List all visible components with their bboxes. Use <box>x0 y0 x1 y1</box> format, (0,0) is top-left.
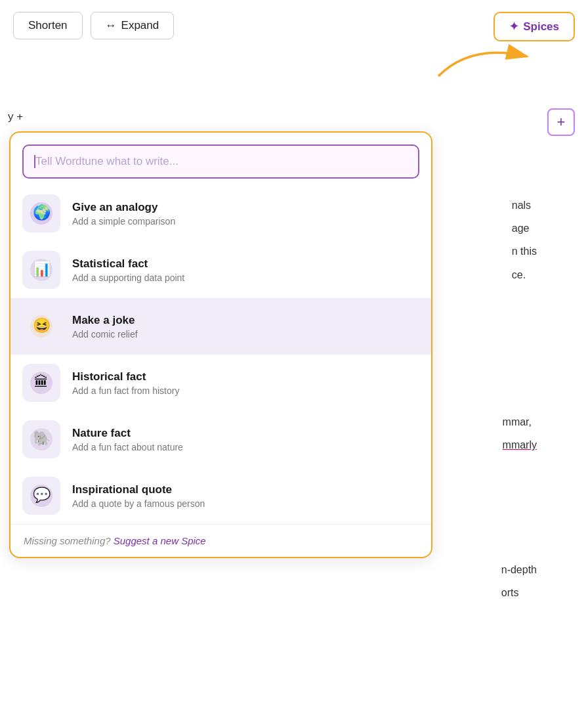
svg-text:🌍: 🌍 <box>33 204 51 221</box>
analogy-icon: 🌍 <box>22 194 60 232</box>
bg-text-block3: n-depth orts <box>501 558 537 604</box>
bg-line-7: n-depth <box>501 558 537 581</box>
statistical-desc: Add a supporting data point <box>72 273 184 283</box>
historical-desc: Add a fun fact from history <box>72 385 179 396</box>
bg-line-8: orts <box>501 581 537 604</box>
analogy-text: Give an analogy Add a simple comparison <box>72 201 175 227</box>
expand-icon: ↔ <box>106 19 117 32</box>
bg-line-5: mmar, <box>503 410 537 433</box>
side-plus-button[interactable]: + <box>547 108 575 136</box>
analogy-title: Give an analogy <box>72 201 175 214</box>
joke-text: Make a joke Add comic relief <box>72 314 138 339</box>
spices-star-icon: ✦ <box>509 20 518 33</box>
expand-button[interactable]: ↔ Expand <box>91 12 175 39</box>
bg-line-4: ce. <box>512 263 537 286</box>
spices-button[interactable]: ✦ Spices <box>494 12 575 41</box>
historical-text: Historical fact Add a fun fact from hist… <box>72 370 179 396</box>
hint-text: y + <box>8 110 23 123</box>
joke-title: Make a joke <box>72 314 138 327</box>
joke-desc: Add comic relief <box>72 329 138 339</box>
statistical-icon: 📊 <box>22 251 60 289</box>
footer-static: Missing something? <box>24 535 111 546</box>
quote-title: Inspirational quote <box>72 483 205 496</box>
shorten-button[interactable]: Shorten <box>13 12 83 39</box>
nature-title: Nature fact <box>72 427 183 440</box>
spice-item-statistical[interactable]: 📊 Statistical fact Add a supporting data… <box>10 242 431 298</box>
bg-line-1: nals <box>512 194 537 217</box>
svg-text:😆: 😆 <box>33 317 51 334</box>
statistical-title: Statistical fact <box>72 257 184 271</box>
spice-list: 🌍 Give an analogy Add a simple compariso… <box>10 185 431 524</box>
panel-footer: Missing something? Suggest a new Spice <box>10 524 431 557</box>
bg-line-6: mmarly <box>503 433 537 456</box>
bg-line-2: age <box>512 217 537 240</box>
bg-line-3: n this <box>512 240 537 263</box>
bg-text-block2: mmar, mmarly <box>503 410 537 456</box>
quote-text: Inspirational quote Add a quote by a fam… <box>72 483 205 509</box>
suggest-link[interactable]: Suggest a new Spice <box>114 535 206 546</box>
nature-icon: 🐘 <box>22 420 60 458</box>
search-input-container[interactable]: Tell Wordtune what to write... <box>22 144 419 179</box>
expand-label: Expand <box>121 19 159 32</box>
search-placeholder: Tell Wordtune what to write... <box>35 155 178 168</box>
historical-icon: 🏛 <box>22 364 60 402</box>
spices-label: Spices <box>523 20 559 33</box>
svg-text:🏛: 🏛 <box>34 374 49 390</box>
statistical-text: Statistical fact Add a supporting data p… <box>72 257 184 283</box>
bg-line-6-text: mmarly <box>503 439 537 450</box>
quote-desc: Add a quote by a famous person <box>72 498 205 509</box>
nature-desc: Add a fun fact about nature <box>72 442 183 452</box>
analogy-desc: Add a simple comparison <box>72 216 175 227</box>
svg-text:🐘: 🐘 <box>33 429 51 447</box>
bg-text-block: nals age n this ce. <box>512 194 537 286</box>
joke-icon: 😆 <box>22 307 60 345</box>
spice-item-nature[interactable]: 🐘 Nature fact Add a fun fact about natur… <box>10 411 431 468</box>
spice-item-quote[interactable]: 💬 Inspirational quote Add a quote by a f… <box>10 468 431 524</box>
svg-text:📊: 📊 <box>33 260 51 278</box>
spice-item-joke[interactable]: 😆 Make a joke Add comic relief <box>10 298 431 355</box>
toolbar: Shorten ↔ Expand ✦ Spices <box>0 0 588 51</box>
svg-text:💬: 💬 <box>33 486 51 504</box>
spices-panel: Tell Wordtune what to write... 🌍 Give an… <box>9 131 432 558</box>
nature-text: Nature fact Add a fun fact about nature <box>72 427 183 452</box>
historical-title: Historical fact <box>72 370 179 383</box>
spice-item-analogy[interactable]: 🌍 Give an analogy Add a simple compariso… <box>10 185 431 242</box>
quote-icon: 💬 <box>22 477 60 515</box>
spice-item-historical[interactable]: 🏛 Historical fact Add a fun fact from hi… <box>10 355 431 411</box>
